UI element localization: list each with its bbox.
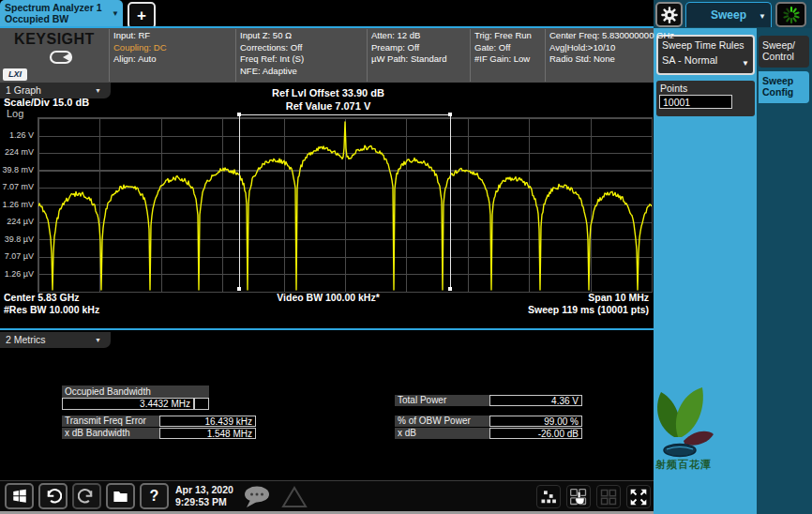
metric-label: % of OBW Power (395, 416, 489, 427)
grid-layout-button[interactable] (596, 485, 621, 508)
datetime-readout[interactable]: Apr 13, 2020 9:29:53 PM (175, 484, 233, 508)
obw-marker-handle[interactable] (237, 287, 241, 291)
log-scale-label: Log (7, 108, 23, 119)
header-col-inputz: Input Z: 50 Ω Corrections: Off Freq Ref:… (240, 30, 304, 77)
node-layout-button[interactable] (536, 485, 561, 508)
help-icon: ? (150, 488, 159, 505)
y-axis-tick: 224 µV (0, 217, 34, 226)
time-text: 9:29:53 PM (175, 496, 233, 508)
fullscreen-button[interactable] (626, 485, 651, 508)
lxi-badge: LXI (3, 68, 27, 81)
header-separator (367, 29, 368, 82)
help-button[interactable]: ? (140, 483, 169, 509)
subtab-config-line1: Sweep (762, 75, 805, 86)
ref-lvl-offset[interactable]: Ref Lvl Offset 33.90 dB (216, 87, 441, 100)
vendor-watermark: 射频百花潭 (639, 383, 729, 476)
y-axis-tick: 39.8 mV (0, 165, 34, 174)
folder-icon (112, 488, 129, 506)
nodes-icon (539, 488, 558, 506)
y-axis-tick: 1.26 V (0, 130, 34, 140)
header-separator (470, 29, 471, 82)
system-menu-button[interactable] (5, 483, 34, 509)
remote-display-icon (49, 49, 73, 69)
sweep-time-readout[interactable]: Sweep 119 ms (10001 pts) (424, 304, 649, 315)
metrics-view-dropdown[interactable]: 2 Metrics ▼ (0, 332, 111, 348)
ref-value[interactable]: Ref Value 7.071 V (216, 100, 441, 113)
tab-title-line2: Occupied BW (5, 13, 123, 24)
metric-label: Total Power (395, 395, 489, 406)
graph-view-label: 1 Graph (6, 84, 41, 96)
header-col-trig: Trig: Free Run Gate: Off #IF Gain: Low (474, 30, 532, 66)
y-axis-tick: 7.07 mV (0, 182, 34, 191)
undo-icon (44, 488, 62, 506)
reference-readouts: Ref Lvl Offset 33.90 dB Ref Value 7.071 … (216, 87, 441, 113)
expand-arrows-icon (629, 488, 648, 506)
header-separator (235, 29, 236, 82)
sweep-time-rules-label: Sweep Time Rules (662, 39, 749, 51)
tab-spectrum-analyzer[interactable]: Spectrum Analyzer 1 Occupied BW ▼ (0, 0, 123, 26)
tab-title-line1: Spectrum Analyzer 1 (5, 2, 123, 13)
video-bw-readout[interactable]: Video BW 100.00 kHz* (216, 292, 441, 303)
obw-metric-unit-cell (194, 398, 209, 410)
redo-button[interactable] (72, 483, 101, 509)
res-bw-readout[interactable]: #Res BW 10.000 kHz (4, 304, 99, 315)
obw-band-left-marker[interactable] (239, 114, 240, 291)
chevron-down-icon[interactable]: ▼ (112, 8, 119, 20)
y-axis-tick: 224 mV (0, 147, 34, 157)
obw-marker-handle[interactable] (448, 287, 452, 291)
metrics-view-label: 2 Metrics (6, 334, 46, 345)
sweep-time-rules-value: SA - Normal (662, 54, 749, 66)
chevron-down-icon[interactable]: ▼ (759, 12, 766, 21)
metric-value: 4.36 V (489, 395, 582, 406)
points-input[interactable]: 10001 (659, 95, 732, 109)
file-open-button[interactable] (106, 483, 135, 509)
subtab-config-line2: Config (762, 86, 805, 98)
header-col-centerfreq: Center Freq: 5.830000000 GHz Avg|Hold:>1… (549, 30, 674, 66)
metric-value: 1.548 MHz (159, 428, 256, 439)
leaf-logo-icon (639, 383, 729, 458)
watermark-text: 射频百花潭 (639, 458, 729, 472)
obw-marker-handle[interactable] (448, 113, 452, 116)
sweep-tab-label: Sweep (711, 8, 746, 22)
header-col-atten: Atten: 12 dB Preamp: Off µW Path: Standa… (371, 30, 446, 66)
windows-logo-icon (11, 488, 28, 505)
metric-label: x dB Bandwidth (62, 428, 159, 439)
subtab-control-line2: Control (762, 51, 805, 62)
points-label: Points (660, 83, 751, 94)
obw-metric-label: Occupied Bandwidth (62, 386, 209, 398)
subtab-control-line1: Sweep/ (762, 39, 805, 51)
header-separator (109, 29, 110, 82)
busy-indicator-button[interactable] (775, 2, 806, 27)
chevron-down-icon[interactable]: ▼ (95, 87, 101, 94)
obw-marker-handle[interactable] (237, 113, 241, 116)
metric-label: Transmit Freq Error (62, 416, 159, 427)
annotation-bubble-icon[interactable] (242, 485, 274, 513)
undo-button[interactable] (38, 483, 68, 509)
settings-gear-button[interactable] (655, 2, 683, 27)
hand-select-icon (569, 488, 588, 506)
y-axis-tick: 1.26 µV (0, 269, 34, 279)
marker-triangle-icon (281, 485, 308, 513)
graticule (38, 117, 653, 293)
keysight-logo: KEYSIGHT (0, 31, 109, 48)
center-freq-readout[interactable]: Center 5.83 GHz (4, 292, 80, 303)
metric-value: 99.00 % (489, 416, 582, 427)
subtab-sweep-control[interactable]: Sweep/ Control (759, 36, 809, 68)
chevron-down-icon[interactable]: ▼ (95, 337, 101, 343)
window-separator (0, 328, 654, 330)
add-tab-button[interactable]: + (128, 2, 156, 29)
subtab-sweep-config[interactable]: Sweep Config (759, 71, 809, 103)
span-readout[interactable]: Span 10 MHz (424, 292, 649, 303)
redo-icon (78, 488, 96, 506)
scale-per-div-readout[interactable]: Scale/Div 15.0 dB (4, 97, 89, 108)
date-text: Apr 13, 2020 (175, 484, 233, 496)
header-col-input: Input: RF Coupling: DC Align: Auto (113, 30, 167, 66)
chevron-down-icon[interactable]: ▼ (742, 59, 749, 68)
obw-band-right-marker[interactable] (450, 114, 451, 291)
tab-sweep-menu[interactable]: Sweep ▼ (685, 2, 772, 27)
y-axis-tick: 1.26 mV (0, 200, 34, 209)
window-select-button[interactable] (566, 485, 591, 508)
y-axis-tick: 7.07 µV (0, 251, 34, 261)
obw-band-top-line (239, 114, 451, 115)
obw-metric-value: 3.4432 MHz (62, 398, 194, 410)
